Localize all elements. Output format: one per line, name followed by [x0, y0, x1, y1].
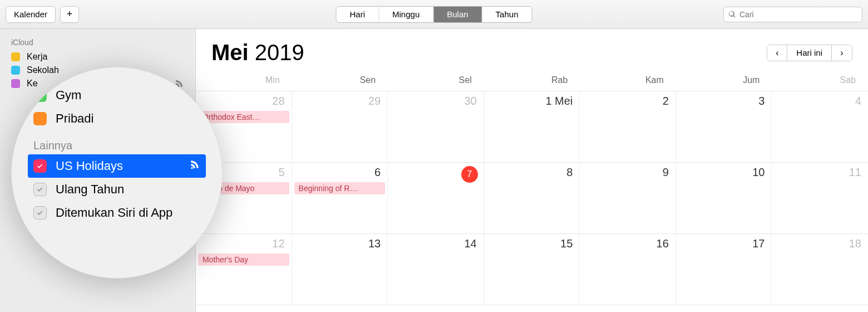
day-cell[interactable]: 2 — [580, 91, 676, 163]
weekday-label: Sel — [388, 75, 484, 85]
day-number: 3 — [676, 95, 772, 108]
calendars-button[interactable]: Kalender — [6, 6, 56, 23]
month-nav: ‹ Hari ini › — [767, 45, 852, 61]
day-number: 16 — [580, 237, 675, 250]
sidebar-item[interactable]: Ulang Tahun — [28, 178, 206, 201]
checkbox-icon[interactable] — [33, 183, 47, 196]
view-tab-minggu[interactable]: Minggu — [379, 7, 433, 22]
sidebar-item-label: Ke — [27, 79, 38, 89]
sidebar-group-label: iCloud — [0, 37, 195, 50]
day-number: 4 — [772, 95, 868, 108]
zoom-lens: GymPribadi Lainnya US HolidaysUlang Tahu… — [11, 67, 223, 279]
day-cell[interactable]: 3 — [676, 91, 772, 163]
sidebar-item-label: Ulang Tahun — [56, 182, 124, 197]
search-icon — [728, 11, 736, 18]
day-number: 8 — [484, 166, 580, 179]
event-chip[interactable]: Orthodox East… — [198, 111, 289, 123]
weekday-label: Sen — [292, 75, 388, 85]
day-cell[interactable]: 11 — [772, 163, 868, 234]
feed-icon — [189, 159, 200, 173]
today-button[interactable]: Hari ini — [787, 45, 832, 61]
day-cell[interactable]: 13 — [292, 234, 388, 305]
day-number: 15 — [484, 237, 580, 250]
day-cell[interactable]: 16 — [580, 234, 676, 305]
sidebar-item-label: US Holidays — [56, 159, 123, 173]
day-cell[interactable]: 29 — [292, 91, 388, 163]
day-number: 2 — [580, 95, 675, 108]
day-cell[interactable]: 18 — [772, 234, 868, 305]
day-cell[interactable]: 7 — [388, 163, 484, 234]
checkbox-icon[interactable] — [33, 159, 47, 173]
day-number: 1 Mei — [484, 95, 580, 108]
sidebar-item-label: Gym — [56, 88, 81, 103]
search-field[interactable] — [723, 7, 862, 22]
day-cell[interactable]: 1 Mei — [484, 91, 580, 163]
day-cell[interactable]: 15 — [484, 234, 580, 305]
calendar-color-swatch — [11, 79, 20, 88]
event-chip[interactable]: Mother's Day — [198, 254, 289, 266]
day-cell[interactable]: 17 — [676, 234, 772, 305]
weekday-label: Kam — [580, 75, 676, 85]
day-cell[interactable]: 8 — [484, 163, 580, 234]
day-number: 11 — [772, 166, 868, 179]
sidebar-section-label: Lainnya — [28, 130, 206, 154]
day-cell[interactable]: 4 — [772, 91, 868, 163]
weekday-label: Sab — [772, 75, 868, 85]
day-number: 17 — [676, 237, 772, 250]
add-event-button[interactable]: + — [60, 6, 79, 23]
sidebar-item[interactable]: Gym — [28, 84, 206, 107]
view-tab-bulan[interactable]: Bulan — [433, 7, 482, 22]
search-input[interactable] — [739, 10, 857, 19]
day-cell[interactable]: 30 — [388, 91, 484, 163]
day-cell[interactable]: 6Beginning of R… — [292, 163, 388, 234]
month-title: Mei 2019 — [211, 40, 304, 65]
calendar-area: Mei 2019 ‹ Hari ini › MinSenSelRabKamJum… — [196, 29, 868, 312]
weekday-label: Jum — [676, 75, 772, 85]
weekday-label: Min — [196, 75, 292, 85]
month-grid: 28Orthodox East…29301 Mei2345Cinco de Ma… — [196, 91, 868, 305]
day-number: 30 — [388, 95, 484, 108]
sidebar-item[interactable]: Pribadi — [28, 107, 206, 130]
day-number: 10 — [676, 166, 772, 179]
sidebar-item-label: Pribadi — [56, 111, 93, 126]
event-chip[interactable]: Beginning of R… — [294, 182, 386, 194]
weekday-label: Rab — [484, 75, 580, 85]
day-number: 18 — [772, 237, 868, 250]
today-badge: 7 — [461, 166, 478, 183]
day-cell[interactable]: 12Mother's Day — [196, 234, 292, 305]
day-cell[interactable]: 9 — [580, 163, 676, 234]
next-month-button[interactable]: › — [832, 45, 852, 61]
sidebar-item[interactable]: US Holidays — [28, 154, 206, 178]
sidebar-item[interactable]: Kerja — [0, 50, 195, 64]
day-number: 6 — [292, 166, 388, 179]
view-tab-hari[interactable]: Hari — [337, 7, 379, 22]
calendar-color-swatch — [11, 52, 20, 61]
sidebar-item-label: Sekolah — [27, 65, 59, 75]
weekday-header: MinSenSelRabKamJumSab — [196, 69, 868, 91]
view-segmented-control: HariMingguBulanTahun — [336, 6, 532, 23]
sidebar-item[interactable]: Ditemukan Siri di App — [28, 201, 206, 225]
prev-month-button[interactable]: ‹ — [767, 45, 787, 61]
day-number: 9 — [580, 166, 675, 179]
day-number: 12 — [196, 237, 292, 250]
day-cell[interactable]: 10 — [676, 163, 772, 234]
day-number: 14 — [388, 237, 484, 250]
toolbar: Kalender + HariMingguBulanTahun — [0, 0, 868, 29]
day-number: 13 — [292, 237, 388, 250]
day-cell[interactable]: 14 — [388, 234, 484, 305]
calendar-color-swatch — [11, 66, 20, 75]
view-tab-tahun[interactable]: Tahun — [482, 7, 532, 22]
day-number: 28 — [196, 95, 292, 108]
sidebar-item-label: Ditemukan Siri di App — [56, 206, 172, 220]
day-number: 29 — [292, 95, 388, 108]
calendar-color-swatch — [33, 112, 47, 125]
checkbox-icon[interactable] — [33, 206, 47, 220]
sidebar-item-label: Kerja — [27, 52, 47, 62]
